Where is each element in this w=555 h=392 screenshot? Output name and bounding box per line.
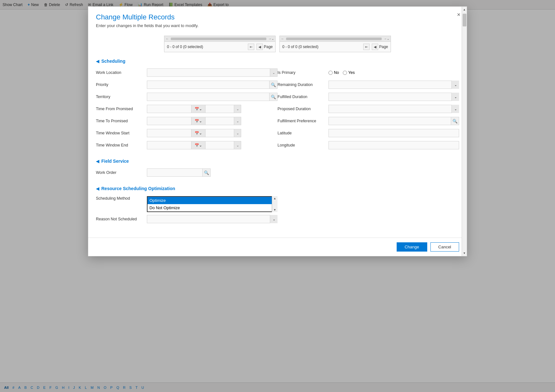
time-to-promised-time-input[interactable] — [205, 117, 234, 125]
time-window-start-time-arrow[interactable]: ⌄ — [234, 129, 241, 137]
time-from-promised-label: Time From Promised — [96, 107, 147, 111]
fulfillment-preference-label: Fulfillment Preference — [278, 119, 328, 123]
reason-not-scheduled-wrap: ⌄ — [147, 215, 278, 223]
priority-lookup-icon[interactable]: 🔍 — [269, 81, 278, 89]
remaining-duration-input[interactable] — [328, 81, 459, 89]
proposed-duration-label: Proposed Duration — [278, 107, 328, 111]
picker-footer-left: 0 - 0 of 0 (0 selected) ⇤ ◀ Page — [164, 42, 275, 52]
fulfillment-preference-input[interactable] — [328, 117, 451, 125]
picker-first-left[interactable]: ⇤ — [248, 44, 254, 50]
is-primary-no-radio[interactable] — [328, 71, 333, 75]
proposed-duration-wrap: ⌄ — [328, 105, 459, 113]
time-from-promised-control: 📅⌄ ⌄ — [147, 105, 278, 113]
time-to-promised-date-input[interactable] — [147, 117, 191, 125]
rso-section-title: Resource Scheduling Optimization — [101, 186, 175, 191]
scroll-left-left[interactable]: ← — [166, 37, 169, 40]
close-button[interactable]: × — [457, 12, 460, 18]
picker-nav-right: ⇤ ◀ Page — [362, 44, 388, 50]
scheduling-method-optimize[interactable]: Optimize — [148, 197, 277, 204]
scheduling-method-do-not-optimize[interactable]: Do Not Optimize — [148, 204, 277, 211]
priority-input[interactable] — [147, 81, 269, 89]
time-to-promised-control: 📅⌄ ⌄ — [147, 117, 278, 125]
change-multiple-records-modal: Change Multiple Records Enter your chang… — [88, 6, 467, 256]
territory-input[interactable] — [147, 93, 269, 101]
time-window-start-time-input[interactable] — [205, 129, 234, 137]
latitude-input[interactable] — [328, 129, 459, 137]
reason-not-scheduled-arrow[interactable]: ⌄ — [270, 215, 278, 223]
fulfilled-duration-control: ⌄ — [328, 93, 459, 101]
rso-form-grid: Scheduling Method Optimize Do Not Optimi… — [96, 195, 459, 226]
time-window-end-time-arrow[interactable]: ⌄ — [234, 141, 241, 149]
reason-not-scheduled-label: Reason Not Scheduled — [96, 217, 147, 221]
remaining-duration-arrow[interactable]: ⌄ — [451, 81, 459, 89]
territory-label: Territory — [96, 95, 147, 99]
proposed-duration-arrow[interactable]: ⌄ — [451, 105, 459, 113]
dropdown-left[interactable]: ⌄ — [271, 37, 274, 40]
rso-right-col — [278, 195, 459, 226]
work-order-label: Work Order — [96, 170, 147, 175]
modal-scroll-down[interactable]: ▼ — [463, 250, 466, 256]
is-primary-yes-option[interactable]: Yes — [343, 70, 355, 75]
time-window-end-time-input[interactable] — [205, 141, 234, 149]
cancel-button[interactable]: Cancel — [430, 242, 459, 252]
reason-not-scheduled-input[interactable] — [147, 215, 278, 223]
time-window-start-label: Time Window Start — [96, 131, 147, 135]
is-primary-no-option[interactable]: No — [328, 70, 339, 75]
time-window-end-date-input[interactable] — [147, 141, 191, 149]
fulfilled-duration-arrow[interactable]: ⌄ — [451, 93, 459, 101]
field-service-section-title: Field Service — [101, 159, 129, 164]
picker-prev-left[interactable]: ◀ — [256, 44, 263, 50]
scheduling-section-header: ◀ Scheduling — [96, 59, 459, 64]
scheduling-right-col: Is Primary No Yes — [278, 68, 459, 152]
time-to-promised-time-arrow[interactable]: ⌄ — [234, 117, 241, 125]
scroll-right-right[interactable]: → — [384, 37, 387, 40]
dropdown-right[interactable]: ⌄ — [387, 37, 389, 40]
latitude-control — [328, 129, 459, 137]
rso-section-header: ◀ Resource Scheduling Optimization — [96, 186, 459, 191]
picker-status-left: 0 - 0 of 0 (0 selected) — [167, 45, 203, 49]
scroll-right-left[interactable]: → — [268, 37, 271, 40]
rso-scroll-down[interactable]: ▼ — [273, 208, 276, 211]
change-button[interactable]: Change — [397, 242, 427, 252]
fulfillment-preference-lookup-icon[interactable]: 🔍 — [451, 117, 459, 125]
territory-row: Territory 🔍 — [96, 92, 278, 102]
modal-scrollbar: ▲ ▼ — [462, 7, 467, 256]
scroll-left-right[interactable]: ← — [281, 37, 284, 40]
territory-lookup-icon[interactable]: 🔍 — [269, 93, 278, 101]
work-order-lookup-icon[interactable]: 🔍 — [202, 168, 211, 177]
time-window-start-date-input[interactable] — [147, 129, 191, 137]
time-from-promised-time-arrow[interactable]: ⌄ — [234, 105, 241, 113]
fulfilled-duration-label: Fulfilled Duration — [278, 95, 328, 99]
longitude-input[interactable] — [328, 141, 459, 149]
time-window-end-datetime: 📅⌄ ⌄ — [147, 141, 278, 149]
time-to-promised-calendar-btn[interactable]: 📅⌄ — [191, 117, 205, 125]
work-location-select[interactable] — [147, 68, 278, 77]
work-order-control: 🔍 — [147, 168, 278, 177]
time-window-start-calendar-btn[interactable]: 📅⌄ — [191, 129, 205, 137]
is-primary-yes-radio[interactable] — [343, 71, 347, 75]
time-from-promised-calendar-btn[interactable]: 📅⌄ — [191, 105, 205, 113]
time-from-promised-datetime: 📅⌄ ⌄ — [147, 105, 278, 113]
field-service-collapse-icon[interactable]: ◀ — [96, 159, 99, 164]
fulfilled-duration-input[interactable] — [328, 93, 459, 101]
picker-scrollbar-h-left: ← → ⌄ — [164, 36, 275, 42]
picker-nav-left: ⇤ ◀ Page — [247, 44, 273, 50]
time-from-promised-time-input[interactable] — [205, 105, 234, 113]
time-window-end-calendar-btn[interactable]: 📅⌄ — [191, 141, 205, 149]
time-window-end-control: 📅⌄ ⌄ — [147, 141, 278, 149]
is-primary-yes-label: Yes — [348, 70, 355, 75]
rso-collapse-icon[interactable]: ◀ — [96, 186, 99, 191]
picker-first-right[interactable]: ⇤ — [363, 44, 370, 50]
modal-scroll-up[interactable]: ▲ — [463, 7, 466, 12]
rso-scroll-up[interactable]: ▲ — [273, 197, 276, 200]
time-window-end-label: Time Window End — [96, 143, 147, 147]
scheduling-collapse-icon[interactable]: ◀ — [96, 59, 99, 64]
picker-prev-right[interactable]: ◀ — [372, 44, 378, 50]
work-order-input[interactable] — [147, 168, 202, 177]
rso-left-col: Scheduling Method Optimize Do Not Optimi… — [96, 195, 278, 226]
proposed-duration-input[interactable] — [328, 105, 459, 113]
priority-control: 🔍 — [147, 81, 278, 89]
time-to-promised-label: Time To Promised — [96, 119, 147, 123]
modal-title: Change Multiple Records — [96, 13, 459, 21]
time-from-promised-date-input[interactable] — [147, 105, 191, 113]
